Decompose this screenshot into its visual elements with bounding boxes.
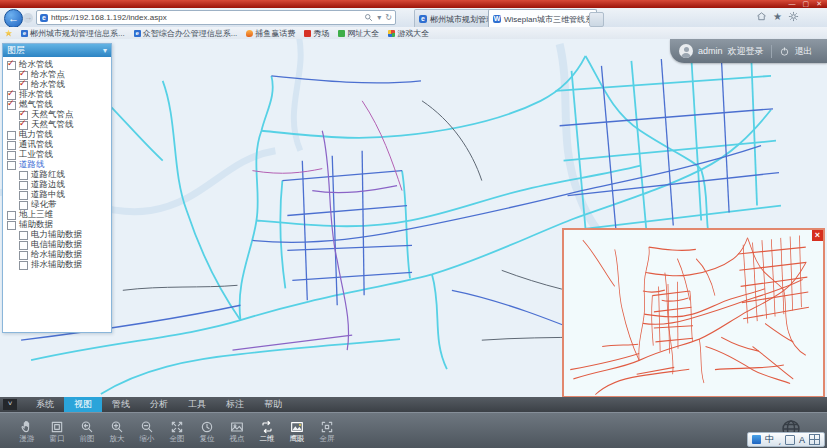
gear-icon[interactable] <box>788 11 799 22</box>
checkbox[interactable] <box>19 181 28 190</box>
favorite-item[interactable]: 网址大全 <box>338 28 379 39</box>
full-extent-icon <box>169 419 185 435</box>
layer-panel-title: 图层 <box>7 44 25 57</box>
checkbox[interactable] <box>19 121 28 130</box>
toolbar-button-eagle-eye[interactable]: 鹰眼 <box>283 415 311 448</box>
back-button[interactable]: ← <box>4 9 23 28</box>
toolbar-button-pan[interactable]: 漫游 <box>13 415 41 448</box>
toolbar-button-full-extent[interactable]: 全图 <box>163 415 191 448</box>
favorite-label: 游戏大全 <box>397 28 429 39</box>
logout-button[interactable]: 退出 <box>795 45 813 58</box>
previous-view-icon <box>79 419 95 435</box>
layer-item[interactable]: 道路中线 <box>5 190 109 200</box>
layer-item[interactable]: 排水辅助数据 <box>5 260 109 270</box>
checkbox[interactable] <box>19 261 28 270</box>
greeting-text: 欢迎登录 <box>728 45 764 58</box>
checkbox[interactable] <box>19 251 28 260</box>
address-bar[interactable]: e https://192.168.1.192/index.aspx ▾ ↻ <box>36 10 396 25</box>
toolbar-button-previous-view[interactable]: 前图 <box>73 415 101 448</box>
ime-bar[interactable]: 中 ˏ A <box>747 432 825 447</box>
favorites-star-icon[interactable] <box>5 30 12 37</box>
tab-wiseplan-3d[interactable]: W Wiseplan城市三维管线系... × <box>488 9 597 28</box>
toolbar-button-fullscreen[interactable]: 全屏 <box>313 415 341 448</box>
checkbox[interactable] <box>19 241 28 250</box>
ime-logo-icon[interactable] <box>752 435 761 444</box>
toolbar-button-window-zoom[interactable]: 窗口 <box>43 415 71 448</box>
overview-map[interactable]: × <box>562 228 825 398</box>
favorite-item[interactable]: 捕鱼赢话费 <box>246 28 295 39</box>
switch-2d-icon <box>259 419 275 435</box>
menu-tab-view[interactable]: 视图 <box>64 397 102 412</box>
ime-keyboard-icon[interactable] <box>809 434 820 445</box>
checkbox[interactable] <box>7 131 16 140</box>
menu-collapse-button[interactable]: ˅ <box>3 399 17 410</box>
checkbox[interactable] <box>7 101 16 110</box>
ime-letter-toggle[interactable]: A <box>799 435 805 445</box>
red-app-icon <box>304 30 311 37</box>
power-icon[interactable] <box>779 46 790 57</box>
favorite-item[interactable]: e 郴州城市规划管理信息系... <box>21 28 125 39</box>
menu-tab-analysis[interactable]: 分析 <box>140 397 178 412</box>
ime-punctuation-toggle[interactable]: ˏ <box>778 435 781 445</box>
ime-lang-toggle[interactable]: 中 <box>765 433 774 446</box>
window-minimize-button[interactable]: — <box>789 0 796 8</box>
map-viewport[interactable]: admin 欢迎登录 退出 图层 ▾ 给水管线 给水管点 给水管线 排水管线 燃… <box>0 39 827 397</box>
menu-tab-tools[interactable]: 工具 <box>178 397 216 412</box>
zoom-out-icon <box>139 419 155 435</box>
refresh-icon[interactable]: ↻ <box>385 13 392 22</box>
toolbar-button-zoom-in[interactable]: 放大 <box>103 415 131 448</box>
checkbox[interactable] <box>19 191 28 200</box>
ie-favicon-icon: e <box>134 30 141 37</box>
toolbar-button-reset[interactable]: 复位 <box>193 415 221 448</box>
toolbar-button-2d[interactable]: 二维 <box>253 415 281 448</box>
favorite-item[interactable]: 游戏大全 <box>388 28 429 39</box>
pipe-network-lines <box>570 236 809 395</box>
eagle-eye-icon <box>289 419 305 435</box>
ime-fullwidth-icon[interactable] <box>785 435 795 445</box>
tab-planning-system[interactable]: e 郴州城市规划管理信息系统 <box>414 9 496 28</box>
layer-tree: 给水管线 给水管点 给水管线 排水管线 燃气管线 天然气管点 天然气管线 电力管… <box>3 57 111 270</box>
window-zoom-icon <box>49 419 65 435</box>
checkbox[interactable] <box>7 61 16 70</box>
checkbox[interactable] <box>19 81 28 90</box>
menu-tab-system[interactable]: 系统 <box>26 397 64 412</box>
favorites-icon[interactable]: ★ <box>773 11 782 22</box>
layer-item[interactable]: 绿化带 <box>5 200 109 210</box>
pan-hand-icon <box>19 419 35 435</box>
checkbox[interactable] <box>7 211 16 220</box>
layer-panel: 图层 ▾ 给水管线 给水管点 给水管线 排水管线 燃气管线 天然气管点 天然气管… <box>2 43 112 333</box>
menu-tab-help[interactable]: 帮助 <box>254 397 292 412</box>
checkbox[interactable] <box>19 201 28 210</box>
favorite-item[interactable]: e 众智综合办公管理信息系... <box>134 28 238 39</box>
panel-pin-icon[interactable]: ▾ <box>103 44 107 57</box>
checkbox[interactable] <box>7 141 16 150</box>
checkbox[interactable] <box>7 221 16 230</box>
checkbox[interactable] <box>7 161 16 170</box>
window-close-button[interactable]: ✕ <box>816 0 822 8</box>
layer-panel-header[interactable]: 图层 ▾ <box>3 44 111 57</box>
menu-tab-pipeline[interactable]: 管线 <box>102 397 140 412</box>
fullscreen-icon <box>319 419 335 435</box>
layer-item[interactable]: 天然气管线 <box>5 120 109 130</box>
menu-tab-annotate[interactable]: 标注 <box>216 397 254 412</box>
favorite-item[interactable]: 秀场 <box>304 28 329 39</box>
favorite-label: 捕鱼赢话费 <box>255 28 295 39</box>
tab1-favicon-icon: e <box>419 15 427 23</box>
search-icon[interactable] <box>364 13 373 22</box>
username: admin <box>698 46 723 56</box>
checkbox[interactable] <box>19 231 28 240</box>
favorite-label: 秀场 <box>313 28 329 39</box>
toolbar-button-zoom-out[interactable]: 缩小 <box>133 415 161 448</box>
checkbox[interactable] <box>19 171 28 180</box>
checkbox[interactable] <box>7 151 16 160</box>
layer-item[interactable]: 给水管线 <box>5 80 109 90</box>
overview-close-button[interactable]: × <box>812 230 823 241</box>
home-icon[interactable] <box>756 11 767 22</box>
url-text[interactable]: https://192.168.1.192/index.aspx <box>51 13 361 22</box>
window-maximize-button[interactable]: ▢ <box>803 0 810 8</box>
new-tab-button[interactable] <box>589 12 604 27</box>
divider <box>771 45 772 58</box>
address-dropdown-icon[interactable]: ▾ <box>377 13 381 22</box>
forward-button[interactable]: → <box>23 13 33 23</box>
toolbar-button-viewpoint[interactable]: 视点 <box>223 415 251 448</box>
